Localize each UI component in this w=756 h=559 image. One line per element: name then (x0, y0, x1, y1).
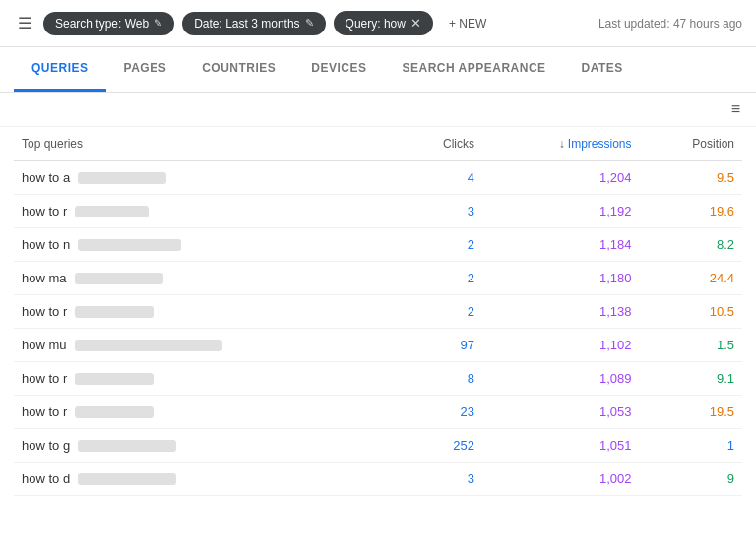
query-cell: how to r (14, 195, 399, 228)
impressions-value: 1,002 (482, 463, 640, 496)
tab-bar: QUERIES PAGES COUNTRIES DEVICES SEARCH A… (0, 47, 756, 93)
clicks-value: 97 (399, 329, 482, 362)
impressions-value: 1,192 (482, 195, 640, 228)
table-row: how ma21,18024.4 (14, 262, 742, 295)
clicks-value: 2 (399, 295, 482, 329)
query-chip[interactable]: Query: how ✕ (334, 11, 433, 35)
query-blur-redaction (78, 440, 176, 452)
impressions-value: 1,138 (482, 295, 640, 329)
query-cell: how to d (14, 463, 399, 496)
impressions-value: 1,053 (482, 396, 640, 429)
filter-options-button[interactable]: ≡ (731, 100, 740, 118)
query-text: how to d (22, 471, 70, 486)
query-cell: how to a (14, 161, 399, 195)
clicks-value: 252 (399, 429, 482, 463)
close-icon[interactable]: ✕ (410, 16, 421, 31)
query-blur-redaction (75, 273, 163, 284)
clicks-value: 8 (399, 362, 482, 396)
query-cell: how to r (14, 295, 399, 329)
clicks-column-header[interactable]: Clicks (399, 127, 482, 161)
date-label: Date: Last 3 months (194, 17, 299, 31)
query-blur-redaction (75, 206, 149, 217)
search-type-chip[interactable]: Search type: Web ✎ (43, 12, 174, 35)
query-blur-redaction (75, 373, 154, 385)
clicks-value: 23 (399, 396, 482, 429)
query-column-header: Top queries (14, 127, 399, 161)
query-text: how to g (22, 438, 70, 453)
clicks-value: 2 (399, 262, 482, 295)
position-value: 9.5 (640, 161, 742, 195)
new-button-label: + NEW (449, 17, 486, 31)
query-blur-redaction (78, 172, 166, 184)
query-cell: how to g (14, 429, 399, 463)
search-type-label: Search type: Web (55, 17, 149, 31)
query-cell: how to r (14, 396, 399, 429)
tab-search-appearance[interactable]: SEARCH APPEARANCE (385, 47, 564, 92)
impressions-value: 1,102 (482, 329, 640, 362)
data-table-container: Top queries Clicks ↓Impressions Position… (0, 127, 756, 496)
table-row: how to n21,1848.2 (14, 228, 742, 262)
query-text: how mu (22, 338, 67, 352)
query-cell: how mu (14, 329, 399, 362)
table-row: how to r81,0899.1 (14, 362, 742, 396)
impressions-value: 1,180 (482, 262, 640, 295)
impressions-value: 1,184 (482, 228, 640, 262)
query-text: how to r (22, 304, 67, 319)
tab-dates[interactable]: DATES (564, 47, 641, 92)
query-blur-redaction (78, 239, 181, 251)
table-header-row: Top queries Clicks ↓Impressions Position (14, 127, 742, 161)
query-label: Query: how (346, 17, 406, 31)
top-bar: ☰ Search type: Web ✎ Date: Last 3 months… (0, 0, 756, 47)
position-value: 8.2 (640, 228, 742, 262)
position-value: 1.5 (640, 329, 742, 362)
position-value: 1 (640, 429, 742, 463)
impressions-value: 1,089 (482, 362, 640, 396)
query-blur-redaction (75, 406, 154, 418)
query-blur-redaction (78, 473, 176, 485)
clicks-value: 2 (399, 228, 482, 262)
query-text: how to a (22, 170, 70, 185)
query-text: how ma (22, 271, 67, 285)
query-blur-redaction (75, 306, 154, 318)
table-row: how to d31,0029 (14, 463, 742, 496)
filter-lines-icon: ≡ (731, 100, 740, 117)
new-button[interactable]: + NEW (441, 12, 494, 35)
query-text: how to r (22, 404, 67, 419)
edit-icon: ✎ (305, 17, 314, 30)
filter-row: ≡ (0, 93, 756, 127)
position-value: 9.1 (640, 362, 742, 396)
tab-devices[interactable]: DEVICES (293, 47, 384, 92)
position-value: 10.5 (640, 295, 742, 329)
query-cell: how to n (14, 228, 399, 262)
table-row: how mu971,1021.5 (14, 329, 742, 362)
impressions-column-header[interactable]: ↓Impressions (482, 127, 640, 161)
query-blur-redaction (75, 340, 222, 351)
table-row: how to r21,13810.5 (14, 295, 742, 329)
clicks-value: 3 (399, 463, 482, 496)
edit-icon: ✎ (154, 17, 162, 30)
impressions-value: 1,051 (482, 429, 640, 463)
table-row: how to g2521,0511 (14, 429, 742, 463)
table-row: how to a41,2049.5 (14, 161, 742, 195)
query-text: how to n (22, 237, 70, 252)
position-value: 9 (640, 463, 742, 496)
tab-pages[interactable]: PAGES (106, 47, 185, 92)
position-value: 19.6 (640, 195, 742, 228)
hamburger-button[interactable]: ☰ (14, 10, 35, 36)
impressions-value: 1,204 (482, 161, 640, 195)
position-value: 19.5 (640, 396, 742, 429)
table-row: how to r231,05319.5 (14, 396, 742, 429)
sort-arrow-icon: ↓ (559, 137, 565, 151)
queries-table: Top queries Clicks ↓Impressions Position… (14, 127, 742, 496)
clicks-value: 3 (399, 195, 482, 228)
query-cell: how ma (14, 262, 399, 295)
clicks-value: 4 (399, 161, 482, 195)
position-value: 24.4 (640, 262, 742, 295)
query-cell: how to r (14, 362, 399, 396)
tab-countries[interactable]: COUNTRIES (184, 47, 293, 92)
tab-queries[interactable]: QUERIES (14, 47, 106, 92)
position-column-header[interactable]: Position (640, 127, 742, 161)
last-updated-text: Last updated: 47 hours ago (598, 17, 742, 31)
table-row: how to r31,19219.6 (14, 195, 742, 228)
date-chip[interactable]: Date: Last 3 months ✎ (182, 12, 325, 35)
